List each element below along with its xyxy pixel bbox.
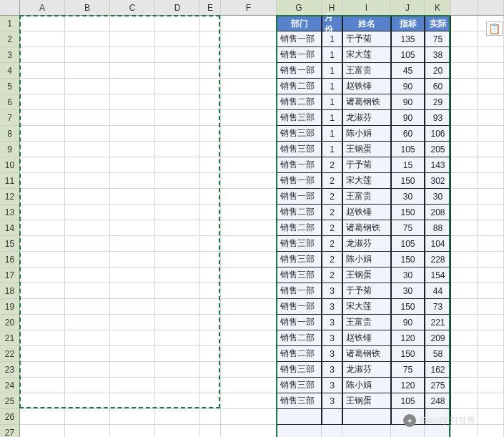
cell-H14[interactable]: 2: [322, 220, 342, 236]
cell-A13[interactable]: [20, 205, 65, 220]
cell-D8[interactable]: [155, 126, 200, 142]
cell-D17[interactable]: [155, 267, 200, 283]
cell-M10[interactable]: [478, 157, 504, 173]
cell-L11[interactable]: [451, 173, 478, 189]
cell-F26[interactable]: [221, 409, 277, 425]
cell-L23[interactable]: [451, 362, 478, 378]
cell-M24[interactable]: [478, 378, 504, 393]
cell-F19[interactable]: [221, 299, 277, 315]
cell-F24[interactable]: [221, 378, 277, 393]
row-header-18[interactable]: 18: [0, 283, 20, 299]
cell-H22[interactable]: 3: [322, 346, 342, 362]
cell-C25[interactable]: [110, 393, 155, 409]
cell-L21[interactable]: [451, 330, 478, 346]
cell-J5[interactable]: 90: [391, 79, 425, 94]
paste-options-icon[interactable]: 📋: [486, 21, 503, 36]
cell-E6[interactable]: [200, 94, 221, 110]
cell-M25[interactable]: [478, 393, 504, 409]
cell-K14[interactable]: 88: [425, 220, 451, 236]
cell-M6[interactable]: [478, 94, 504, 110]
cell-K3[interactable]: 38: [425, 47, 451, 63]
cell-L17[interactable]: [451, 267, 478, 283]
row-header-16[interactable]: 16: [0, 252, 20, 267]
col-header-D[interactable]: D: [155, 0, 200, 16]
cell-F6[interactable]: [221, 94, 277, 110]
col-header-J[interactable]: J: [391, 0, 425, 16]
cell-L8[interactable]: [451, 126, 478, 142]
row-header-5[interactable]: 5: [0, 79, 20, 94]
col-header-I[interactable]: I: [342, 0, 391, 16]
cell-H12[interactable]: 2: [322, 189, 342, 205]
cell-C9[interactable]: [110, 142, 155, 157]
cell-D10[interactable]: [155, 157, 200, 173]
cell-L6[interactable]: [451, 94, 478, 110]
cell-D14[interactable]: [155, 220, 200, 236]
cell-C16[interactable]: [110, 252, 155, 267]
col-header-C[interactable]: C: [110, 0, 155, 16]
cell-C18[interactable]: [110, 283, 155, 299]
cell-A8[interactable]: [20, 126, 65, 142]
cell-A22[interactable]: [20, 346, 65, 362]
cell-K17[interactable]: 154: [425, 267, 451, 283]
cell-F7[interactable]: [221, 110, 277, 126]
cell-H18[interactable]: 3: [322, 283, 342, 299]
cell-E19[interactable]: [200, 299, 221, 315]
cell-E5[interactable]: [200, 79, 221, 94]
cell-L2[interactable]: [451, 31, 478, 47]
cell-L14[interactable]: [451, 220, 478, 236]
cell-D24[interactable]: [155, 378, 200, 393]
select-all-corner[interactable]: [0, 0, 20, 16]
cell-D1[interactable]: [155, 16, 200, 31]
row-header-10[interactable]: 10: [0, 157, 20, 173]
cell-D11[interactable]: [155, 173, 200, 189]
cell-B18[interactable]: [65, 283, 110, 299]
cell-A15[interactable]: [20, 236, 65, 252]
col-header-B[interactable]: B: [65, 0, 110, 16]
cell-A10[interactable]: [20, 157, 65, 173]
row-header-4[interactable]: 4: [0, 63, 20, 79]
cell-A14[interactable]: [20, 220, 65, 236]
cell-F16[interactable]: [221, 252, 277, 267]
cell-L12[interactable]: [451, 189, 478, 205]
cell-M22[interactable]: [478, 346, 504, 362]
cell-C23[interactable]: [110, 362, 155, 378]
cell-I24[interactable]: 陈小娟: [342, 378, 391, 393]
cell-F23[interactable]: [221, 362, 277, 378]
cell-M4[interactable]: [478, 63, 504, 79]
row-header-1[interactable]: 1: [0, 16, 20, 31]
cell-B19[interactable]: [65, 299, 110, 315]
cell-M8[interactable]: [478, 126, 504, 142]
cell-D9[interactable]: [155, 142, 200, 157]
cell-G5[interactable]: 销售二部: [277, 79, 322, 94]
cell-G7[interactable]: 销售三部: [277, 110, 322, 126]
cell-L13[interactable]: [451, 205, 478, 220]
cell-D3[interactable]: [155, 47, 200, 63]
cell-I4[interactable]: 王富贵: [342, 63, 391, 79]
cell-C22[interactable]: [110, 346, 155, 362]
cell-C17[interactable]: [110, 267, 155, 283]
cell-A17[interactable]: [20, 267, 65, 283]
cell-I8[interactable]: 陈小娟: [342, 126, 391, 142]
cell-I18[interactable]: 于予菊: [342, 283, 391, 299]
cell-D21[interactable]: [155, 330, 200, 346]
cell-E26[interactable]: [200, 409, 221, 425]
cell-K25[interactable]: 248: [425, 393, 451, 409]
cell-J15[interactable]: 105: [391, 236, 425, 252]
cell-J21[interactable]: 120: [391, 330, 425, 346]
cell-C21[interactable]: [110, 330, 155, 346]
cell-E14[interactable]: [200, 220, 221, 236]
cell-C19[interactable]: [110, 299, 155, 315]
cell-E13[interactable]: [200, 205, 221, 220]
cell-B27[interactable]: [65, 425, 110, 437]
cell-B26[interactable]: [65, 409, 110, 425]
cell-D2[interactable]: [155, 31, 200, 47]
cell-K19[interactable]: 73: [425, 299, 451, 315]
cell-H6[interactable]: 1: [322, 94, 342, 110]
cell-B2[interactable]: [65, 31, 110, 47]
cell-A6[interactable]: [20, 94, 65, 110]
col-header-A[interactable]: A: [20, 0, 65, 16]
cell-H20[interactable]: 3: [322, 315, 342, 330]
cell-D18[interactable]: [155, 283, 200, 299]
cell-B12[interactable]: [65, 189, 110, 205]
cell-L25[interactable]: [451, 393, 478, 409]
